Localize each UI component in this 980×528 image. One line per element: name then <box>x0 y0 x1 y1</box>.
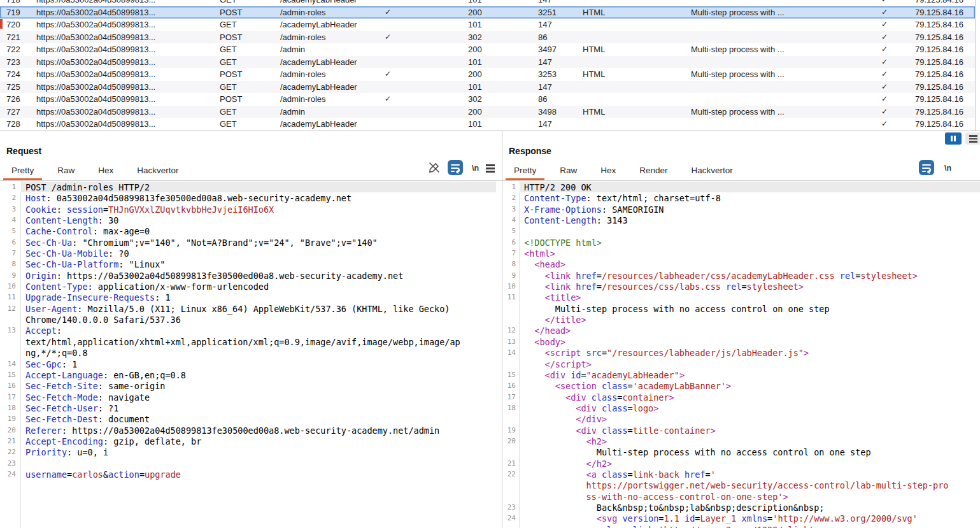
editor-line: 10 <link href=/resources/css/labs.css re… <box>502 281 980 292</box>
table-cell: 3497 <box>538 43 557 56</box>
table-row[interactable]: 728https://0a53002a04d50899813...GET/aca… <box>0 118 975 131</box>
line-number: 19 <box>0 413 16 424</box>
editor-line: text/html,application/xhtml+xml,applicat… <box>0 336 496 347</box>
line-number: 5 <box>0 225 16 236</box>
table-cell: 147 <box>538 118 552 131</box>
table-menu-button[interactable] <box>965 132 980 145</box>
table-cell: 302 <box>468 93 482 106</box>
table-cell: ✓ <box>381 6 395 19</box>
line-number: 17 <box>0 392 16 403</box>
table-cell: 722 <box>6 43 28 56</box>
word-wrap-icon[interactable] <box>448 160 463 175</box>
table-cell: ✓ <box>877 93 891 106</box>
line-number: 4 <box>502 215 516 225</box>
response-panel-title: Response <box>509 146 551 156</box>
editor-line: 24username=carlos&action=upgrade <box>0 469 496 480</box>
line-number: 5 <box>502 225 516 236</box>
editor-line: 12User-Agent: Mozilla/5.0 (X11; Linux x8… <box>0 303 496 314</box>
editor-line: 3Cookie: session=THJnGVXxlZUqvtkvbbHeJvj… <box>0 204 496 215</box>
tab-pretty[interactable]: Pretty <box>506 161 544 180</box>
pause-button[interactable] <box>945 132 962 145</box>
table-cell: 79.125.84.16 <box>915 31 963 44</box>
tab-raw[interactable]: Raw <box>551 161 585 180</box>
editor-line: 9 <link href=/resources/labheader/css/ac… <box>502 270 980 281</box>
editor-line: </div> <box>502 413 980 424</box>
tab-render[interactable]: Render <box>631 161 676 180</box>
table-cell: HTML <box>583 68 605 81</box>
line-number: 2 <box>0 192 16 203</box>
table-row[interactable]: 720https://0a53002a04d50899813...GET/aca… <box>0 18 975 31</box>
table-cell: 79.125.84.16 <box>915 0 963 6</box>
line-number: 7 <box>502 248 516 259</box>
line-number: 22 <box>0 446 16 457</box>
word-wrap-icon[interactable] <box>919 160 934 175</box>
editor-line: 23 <box>0 458 496 469</box>
table-cell: https://0a53002a04d50899813... <box>36 43 218 56</box>
table-row[interactable]: 719https://0a53002a04d50899813...POST/ad… <box>0 6 975 19</box>
line-number: 24 <box>0 469 16 480</box>
table-row[interactable]: 721https://0a53002a04d50899813...POST/ad… <box>0 31 975 44</box>
table-row[interactable]: 723https://0a53002a04d50899813...GET/aca… <box>0 56 975 69</box>
table-cell: 147 <box>538 81 552 94</box>
table-row[interactable]: 724https://0a53002a04d50899813...POST/ad… <box>0 68 975 81</box>
editor-line: 5Cache-Control: max-age=0 <box>0 225 496 236</box>
table-cell: 724 <box>6 68 28 81</box>
tab-pretty[interactable]: Pretty <box>3 161 42 180</box>
response-editor[interactable]: 1HTTP/2 200 OK2Content-Type: text/html; … <box>502 182 980 528</box>
editor-line: 4Content-Length: 30 <box>0 215 496 225</box>
editor-line: 15Accept-Language: en-GB,en;q=0.8 <box>0 369 496 380</box>
table-cell: 719 <box>6 6 28 19</box>
table-cell: 79.125.84.16 <box>915 18 963 31</box>
table-cell: https://0a53002a04d50899813... <box>36 93 218 106</box>
table-cell: ✓ <box>877 68 891 81</box>
read-only-pencil-icon[interactable] <box>428 161 441 174</box>
table-cell: 79.125.84.16 <box>915 106 963 118</box>
tab-hackvertor[interactable]: Hackvertor <box>129 161 187 180</box>
line-number: 24 <box>502 513 516 524</box>
request-editor[interactable]: 1POST /admin-roles HTTP/22Host: 0a53002a… <box>0 182 496 528</box>
line-number: 14 <box>502 347 516 358</box>
table-cell: https://0a53002a04d50899813... <box>36 56 218 69</box>
table-cell: 200 <box>468 6 482 19</box>
table-cell: GET <box>220 56 237 69</box>
editor-line: </title> <box>502 314 980 325</box>
tab-hex[interactable]: Hex <box>90 161 122 180</box>
request-menu-icon[interactable] <box>486 164 496 173</box>
table-cell: ✓ <box>381 68 395 81</box>
table-cell: ✓ <box>877 106 891 118</box>
table-cell: 101 <box>468 81 482 94</box>
editor-line: 9Origin: https://0a53002a04d50899813fe30… <box>0 270 496 281</box>
table-cell: 3251 <box>538 6 557 19</box>
tab-hex[interactable]: Hex <box>592 161 624 180</box>
table-cell: 101 <box>468 118 482 131</box>
http-history-table[interactable]: 718https://0a53002a04d50899813...GET/aca… <box>0 0 980 131</box>
tab-hackvertor[interactable]: Hackvertor <box>683 161 741 180</box>
editor-line: Multi-step process with no access contro… <box>502 446 980 457</box>
burp-suite-window: 718https://0a53002a04d50899813...GET/aca… <box>0 0 980 528</box>
table-cell: /admin <box>280 106 379 118</box>
editor-line: 23 Back&nbsp;to&nbsp;lab&nbsp;descriptio… <box>502 502 980 513</box>
table-cell: /academyLabHeader <box>280 0 379 6</box>
table-cell: 3253 <box>538 68 557 81</box>
table-cell: GET <box>220 0 237 6</box>
table-row[interactable]: 725https://0a53002a04d50899813...GET/aca… <box>0 81 975 94</box>
table-row[interactable]: 727https://0a53002a04d50899813...GET/adm… <box>0 106 975 118</box>
table-cell: 101 <box>468 18 482 31</box>
table-cell: /academyLabHeader <box>280 56 379 69</box>
table-row[interactable]: 722https://0a53002a04d50899813...GET/adm… <box>0 43 975 56</box>
table-cell: /academyLabHeader <box>280 81 379 94</box>
editor-line: 8 <head> <box>502 259 980 269</box>
table-cell: https://0a53002a04d50899813... <box>36 106 218 118</box>
table-cell: https://0a53002a04d50899813... <box>36 118 218 131</box>
table-cell: GET <box>220 18 237 31</box>
newline-toggle[interactable]: \n <box>944 164 951 173</box>
newline-toggle[interactable]: \n <box>472 164 479 173</box>
line-number: 2 <box>502 192 516 203</box>
table-cell: 200 <box>468 106 482 118</box>
editor-line: 2Content-Type: text/html; charset=utf-8 <box>502 192 980 203</box>
tab-raw[interactable]: Raw <box>49 161 83 180</box>
table-row[interactable]: 726https://0a53002a04d50899813...POST/ad… <box>0 93 975 106</box>
editor-line: 7<html> <box>502 248 980 259</box>
table-row[interactable]: 718https://0a53002a04d50899813...GET/aca… <box>0 0 975 6</box>
table-cell: /academyLabHeader <box>280 18 379 31</box>
